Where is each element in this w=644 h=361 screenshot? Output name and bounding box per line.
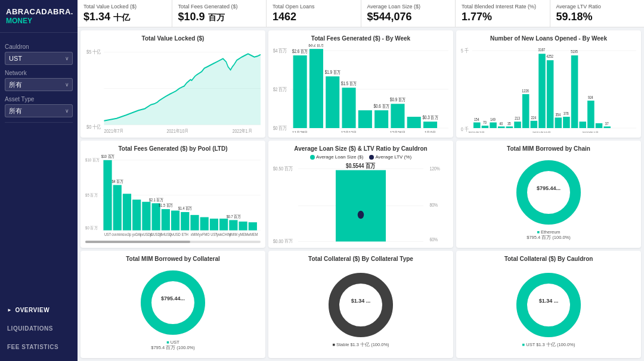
svg-text:2022年1月: 2022年1月 (233, 128, 252, 133)
svg-text:5195: 5195 (571, 49, 578, 54)
svg-text:376: 376 (564, 111, 569, 116)
svg-rect-59 (555, 117, 562, 128)
chart-mim-chain: Total MIM Borrowed by Chain $795.44... ■… (456, 141, 641, 248)
svg-text:$10 百万: $10 百万 (85, 157, 100, 162)
svg-text:2021年7月: 2021年7月 (104, 128, 124, 133)
svg-text:$1.34 ...: $1.34 ... (539, 298, 559, 304)
svg-point-134 (146, 276, 200, 329)
svg-text:$0.7 百万: $0.7 百万 (227, 214, 240, 219)
svg-text:80%: 80% (430, 202, 438, 208)
stat-interest: Total Blended Interest Rate (%) 1.77% (456, 0, 550, 27)
svg-rect-91 (171, 210, 179, 230)
stat-open-loans-value: 1462 (273, 11, 355, 23)
svg-text:$0.5544 百万: $0.5544 百万 (346, 162, 376, 169)
cauldron-select[interactable]: UST (5, 52, 73, 65)
svg-text:120%: 120% (430, 165, 440, 171)
pool-fees-svg: $10 百万 $5 百万 $0 百万 $10 百万 $4 百万 (85, 154, 261, 238)
svg-text:1月9日: 1月9日 (425, 130, 436, 133)
nav-label-liquidations: LIQUIDATIONS (7, 325, 53, 332)
svg-point-140 (522, 278, 575, 332)
svg-rect-97 (219, 219, 228, 231)
legend-dot-ltv (369, 155, 374, 160)
charts-grid: Total Value Locked ($) $5 十亿 $0 十亿 2021年… (78, 27, 644, 361)
network-select-wrap[interactable]: 所有 (5, 78, 73, 91)
svg-rect-53 (531, 120, 538, 127)
svg-text:$0.9 百万: $0.9 百万 (390, 97, 405, 102)
chart-collateral-cauldron: Total Collateral ($) By Cauldron $1.34 .… (456, 251, 641, 358)
asset-type-select-wrap[interactable]: 所有 (5, 104, 73, 117)
nav-item-fee-statistics[interactable]: FEE STATISTICS (0, 338, 78, 356)
svg-text:$3.2 百万: $3.2 百万 (308, 44, 324, 48)
network-select[interactable]: 所有 (5, 78, 73, 91)
chart-new-loans: Number of New Loans Opened - By Week 5 千… (456, 30, 641, 138)
svg-text:2021年7月: 2021年7月 (468, 130, 485, 133)
svg-text:$1.9 百万: $1.9 百万 (325, 69, 340, 75)
svg-text:$1.34 ...: $1.34 ... (351, 298, 371, 304)
svg-text:cvxmim: cvxmim (112, 232, 123, 237)
collateral-type-legend: ■ Stable $1.3 十亿 (100.0%) (332, 342, 389, 348)
mim-collateral-label: UST (171, 340, 179, 345)
chart-tvl: Total Value Locked ($) $5 十亿 $0 十亿 2021年… (80, 30, 265, 138)
pool-scrollbar-track[interactable] (85, 241, 261, 243)
svg-text:35: 35 (507, 122, 511, 126)
nav-item-liquidations[interactable]: LIQUIDATIONS (0, 319, 78, 338)
svg-text:$0.3 百万: $0.3 百万 (422, 114, 438, 120)
svg-rect-57 (547, 60, 554, 128)
collateral-cauldron-label: UST $1.3 十亿 (100.0%) (526, 342, 575, 347)
nav-label-overview: OVERVIEW (15, 307, 49, 313)
svg-rect-68 (596, 123, 603, 127)
svg-text:$0 百万: $0 百万 (85, 226, 98, 231)
svg-rect-95 (200, 217, 209, 230)
svg-rect-41 (482, 126, 489, 128)
svg-rect-80 (103, 160, 112, 231)
svg-rect-85 (132, 200, 141, 231)
svg-text:$0.00 百万: $0.00 百万 (273, 238, 293, 243)
stat-fees-label: Total Fees Generated ($) (178, 4, 261, 10)
svg-text:40: 40 (499, 122, 503, 126)
chart-pool-fees: Total Fees Generated ($) by Pool (LTD) $… (80, 141, 265, 248)
svg-rect-26 (391, 104, 404, 128)
network-label: Network (5, 70, 73, 76)
svg-text:UST: UST (104, 232, 111, 237)
chart-tvl-area: $5 十亿 $0 十亿 2021年7月 2021年10月 2022年1月 (85, 44, 261, 133)
chart-collateral-type-title: Total Collateral ($) By Collateral Type (273, 256, 448, 262)
svg-text:$2.6 百万: $2.6 百万 (292, 48, 308, 54)
svg-rect-89 (162, 209, 170, 231)
svg-text:12月12日: 12月12日 (341, 130, 357, 133)
mim-collateral-dot: ■ (166, 340, 171, 345)
svg-rect-96 (210, 219, 218, 231)
mim-chain-donut-container: $795.44... ■ Ethereum $795.4 百万 (100.0%) (461, 154, 636, 243)
legend-ltv: Average LTV (%) (369, 154, 411, 160)
svg-text:3167: 3167 (538, 48, 546, 52)
svg-text:$5 百万: $5 百万 (85, 192, 98, 197)
asset-type-select[interactable]: 所有 (5, 104, 73, 117)
stats-bar: Total Value Locked ($) $1.34 十亿 Total Fe… (78, 0, 644, 27)
svg-rect-21 (342, 88, 356, 128)
chart-collateral-cauldron-title: Total Collateral ($) By Cauldron (461, 256, 636, 262)
collateral-type-label: Stable $1.3 十亿 (100.0%) (336, 342, 389, 347)
cauldron-select-wrap[interactable]: UST (5, 52, 73, 65)
svg-text:2021年10月: 2021年10月 (167, 128, 189, 133)
stat-fees-unit: 百万 (208, 13, 225, 22)
svg-rect-43 (490, 122, 497, 127)
svg-rect-100 (239, 222, 247, 231)
svg-rect-82 (113, 185, 122, 230)
sidebar-divider (5, 122, 73, 123)
svg-point-137 (334, 278, 388, 332)
svg-text:$0 百万: $0 百万 (273, 125, 287, 130)
nav-item-overview[interactable]: ► OVERVIEW (0, 301, 78, 319)
stat-ltv-label: Average LTV Ratio (556, 4, 639, 10)
svg-text:149: 149 (490, 117, 496, 122)
svg-text:$0 十亿: $0 十亿 (86, 123, 101, 130)
sidebar-nav: ► OVERVIEW LIQUIDATIONS FEE STATISTICS (0, 296, 78, 361)
svg-text:11月28日: 11月28日 (292, 130, 308, 133)
svg-text:2021年10月: 2021年10月 (532, 130, 551, 133)
chart-new-loans-title: Number of New Loans Opened - By Week (461, 35, 636, 42)
sidebar-filters: Cauldron UST Network 所有 Asset Type 所有 (0, 33, 78, 296)
pool-scrollbar-thumb (85, 241, 190, 243)
stat-ltv-value: 59.18% (556, 11, 639, 23)
svg-rect-47 (506, 126, 513, 128)
chart-fees-week-title: Total Fees Generated ($) - By Week (273, 35, 448, 42)
svg-rect-66 (587, 100, 595, 127)
avg-loan-legend: Average Loan Size ($) Average LTV (%) (273, 154, 448, 160)
